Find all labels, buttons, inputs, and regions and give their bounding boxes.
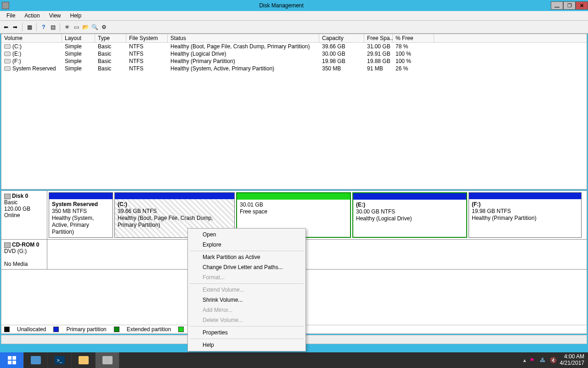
- action-center-flag-icon[interactable]: ⚑: [530, 357, 536, 363]
- volume-icon: [4, 52, 11, 56]
- partition-block[interactable]: System Reserved350 MB NTFSHealthy (Syste…: [49, 192, 113, 238]
- partition-context-menu: Open Explore Mark Partition as Active Ch…: [187, 228, 306, 351]
- legend-label-unallocated: Unallocated: [17, 326, 46, 333]
- col-header-pctfree[interactable]: % Free: [393, 34, 434, 42]
- partition-block[interactable]: (F:)19.98 GB NTFSHealthy (Primary Partit…: [469, 192, 582, 238]
- ctx-delete-volume: Delete Volume...: [188, 315, 305, 325]
- windows-logo-icon: [8, 356, 16, 364]
- menu-file[interactable]: File: [2, 12, 20, 20]
- partition-color-strip: [469, 193, 581, 199]
- ctx-open[interactable]: Open: [188, 230, 305, 240]
- partition-color-strip: [353, 193, 466, 200]
- menu-action[interactable]: Action: [20, 12, 44, 20]
- file-explorer-icon: [79, 356, 89, 364]
- rescan-icon[interactable]: 🔍: [90, 23, 99, 31]
- settings-icon[interactable]: ▤: [49, 23, 57, 31]
- volume-list-body[interactable]: (C:)SimpleBasicNTFSHealthy (Boot, Page F…: [1, 43, 587, 189]
- ctx-format: Format...: [188, 272, 305, 282]
- ctx-add-mirror: Add Mirror...: [188, 305, 305, 315]
- menu-bar: File Action View Help: [0, 11, 588, 21]
- start-button[interactable]: [0, 352, 24, 368]
- volume-row[interactable]: (C:)SimpleBasicNTFSHealthy (Boot, Page F…: [1, 43, 587, 50]
- format-icon[interactable]: ▭: [72, 23, 80, 31]
- cdrom-info[interactable]: CD-ROM 0 DVD (G:) No Media: [1, 240, 47, 269]
- col-header-layout[interactable]: Layout: [62, 34, 95, 42]
- volume-icon: [4, 66, 11, 71]
- cdrom-icon: [4, 242, 11, 248]
- disk0-label: Disk 0: [12, 193, 28, 199]
- menu-help[interactable]: Help: [66, 12, 86, 20]
- window-maximize-button[interactable]: [563, 1, 576, 10]
- legend-swatch-extended: [114, 327, 119, 332]
- legend-swatch-free: [178, 327, 184, 332]
- toolbar: ⬅ ➡ ▦ ? ▤ ✳ ▭ 📂 🔍 ⚙: [0, 21, 588, 34]
- volume-list-header: Volume Layout Type File System Status Ca…: [1, 34, 587, 43]
- legend-swatch-unallocated: [4, 327, 10, 332]
- ctx-help[interactable]: Help: [188, 340, 305, 350]
- show-hide-console-tree-icon[interactable]: ▦: [25, 23, 34, 31]
- new-icon[interactable]: ✳: [63, 23, 71, 31]
- legend-label-primary: Primary partition: [66, 326, 106, 333]
- col-header-filesystem[interactable]: File System: [126, 34, 168, 42]
- taskbar-file-explorer[interactable]: [72, 352, 96, 368]
- cdrom-sub: DVD (G:): [4, 248, 44, 254]
- window-minimize-button[interactable]: [551, 1, 563, 10]
- cdrom-partitions: [47, 240, 587, 269]
- taskbar-powershell[interactable]: >_: [48, 352, 72, 368]
- disk0-info[interactable]: Disk 0 Basic 120.00 GB Online: [1, 191, 47, 239]
- menu-view[interactable]: View: [45, 12, 66, 20]
- back-icon[interactable]: ⬅: [2, 23, 10, 31]
- app-icon: [2, 2, 9, 9]
- col-header-free[interactable]: Free Spa...: [364, 34, 393, 42]
- partition-details: System Reserved350 MB NTFSHealthy (Syste…: [49, 199, 113, 237]
- ctx-mark-active[interactable]: Mark Partition as Active: [188, 252, 305, 262]
- properties-icon[interactable]: ⚙: [100, 23, 108, 31]
- legend-label-extended: Extended partition: [127, 326, 171, 333]
- cdrom-status: No Media: [4, 261, 44, 267]
- taskbar-server-manager[interactable]: [24, 352, 48, 368]
- cdrom-label: CD-ROM 0: [12, 242, 39, 248]
- open-icon[interactable]: 📂: [81, 23, 90, 31]
- help-icon[interactable]: ?: [40, 23, 48, 31]
- volume-row[interactable]: (F:)SimpleBasicNTFSHealthy (Primary Part…: [1, 58, 587, 65]
- ctx-properties[interactable]: Properties: [188, 328, 305, 338]
- partition-details: (F:)19.98 GB NTFSHealthy (Primary Partit…: [469, 199, 581, 237]
- partition-color-strip: [49, 193, 113, 199]
- system-tray: ⚑ 🖧 🔇 4:00 AM 4/21/2017: [523, 354, 588, 367]
- server-manager-icon: [31, 356, 41, 364]
- ctx-change-letter[interactable]: Change Drive Letter and Paths...: [188, 262, 305, 272]
- forward-icon[interactable]: ➡: [11, 23, 19, 31]
- tray-clock[interactable]: 4:00 AM 4/21/2017: [560, 354, 584, 367]
- powershell-icon: >_: [55, 356, 65, 364]
- volume-icon: [4, 44, 11, 49]
- partition-color-strip: [115, 193, 234, 199]
- volume-icon[interactable]: 🔇: [550, 357, 556, 363]
- taskbar: >_ ⚑ 🖧 🔇 4:00 AM 4/21/2017: [0, 352, 588, 368]
- col-header-volume[interactable]: Volume: [1, 34, 62, 42]
- col-header-capacity[interactable]: Capacity: [319, 34, 364, 42]
- ctx-shrink-volume[interactable]: Shrink Volume...: [188, 295, 305, 305]
- disk0-partitions: System Reserved350 MB NTFSHealthy (Syste…: [47, 191, 587, 239]
- tray-overflow-button[interactable]: [523, 357, 526, 363]
- disk0-size: 120.00 GB: [4, 206, 44, 212]
- col-header-status[interactable]: Status: [168, 34, 319, 42]
- partition-details: (E:)30.00 GB NTFSHealthy (Logical Drive): [353, 200, 466, 237]
- window-title: Disk Management: [12, 2, 551, 9]
- volume-icon: [4, 59, 11, 63]
- disk0-type: Basic: [4, 199, 44, 206]
- legend-swatch-primary: [53, 327, 59, 332]
- tray-time: 4:00 AM: [560, 354, 584, 360]
- col-header-type[interactable]: Type: [95, 34, 126, 42]
- disk0-state: Online: [4, 212, 44, 218]
- volume-list-pane: Volume Layout Type File System Status Ca…: [1, 34, 587, 190]
- window-titlebar: Disk Management: [0, 0, 588, 11]
- network-icon[interactable]: 🖧: [540, 357, 546, 363]
- ctx-extend-volume: Extend Volume...: [188, 285, 305, 295]
- partition-block[interactable]: (E:)30.00 GB NTFSHealthy (Logical Drive): [352, 192, 467, 238]
- volume-row[interactable]: (E:)SimpleBasicNTFSHealthy (Logical Driv…: [1, 50, 587, 58]
- window-close-button[interactable]: [576, 1, 588, 10]
- ctx-explore[interactable]: Explore: [188, 240, 305, 250]
- volume-row[interactable]: System ReservedSimpleBasicNTFSHealthy (S…: [1, 65, 587, 72]
- disk-management-icon: [102, 356, 113, 364]
- taskbar-disk-management[interactable]: [96, 352, 119, 368]
